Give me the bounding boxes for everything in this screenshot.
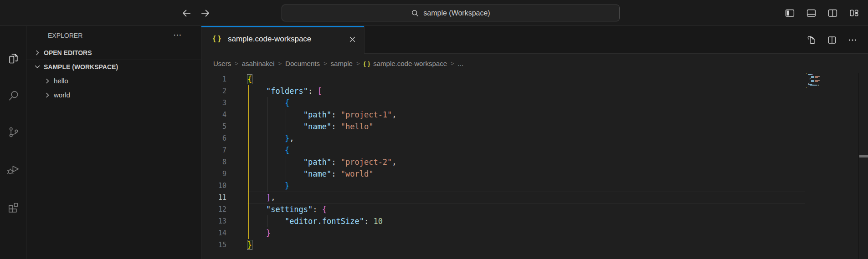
breadcrumb-item[interactable]: ... <box>458 60 464 67</box>
code-line[interactable]: 7 { <box>201 144 868 156</box>
folder-label: world <box>54 91 70 99</box>
activity-item-explorer[interactable] <box>0 46 26 73</box>
activity-item-search[interactable] <box>0 83 26 110</box>
command-center-label: sample (Workspace) <box>423 9 490 17</box>
sidebar-header: EXPLORER ⋯ <box>26 26 201 46</box>
breadcrumb-separator-icon: > <box>235 60 238 67</box>
section-label: SAMPLE (WORKSPACE) <box>44 63 118 71</box>
layout-controls <box>784 0 860 26</box>
activity-item-extensions[interactable] <box>0 193 26 221</box>
editor-group: { } sample.code-workspace <box>201 26 868 259</box>
search-icon <box>411 9 419 17</box>
line-number: 15 <box>201 239 226 251</box>
code-editor[interactable]: 1{2 "folders": [3 {4 "path": "project-1"… <box>201 73 868 259</box>
navigate-back-icon[interactable] <box>180 7 192 19</box>
code-line[interactable]: 10 } <box>201 180 868 192</box>
breadcrumb-label: sample.code-workspace <box>373 60 447 67</box>
vscode-window: sample (Workspace) EXPLORER ⋯ <box>0 0 868 259</box>
breadcrumb-separator-icon: > <box>324 60 327 67</box>
activity-item-source-control[interactable] <box>0 119 26 147</box>
code-line[interactable]: 5 "name": "hello" <box>201 121 868 132</box>
code-text: "path": "project-1", <box>247 109 397 121</box>
code-line[interactable]: 6 }, <box>201 132 868 144</box>
tab-bar: { } sample.code-workspace <box>201 26 868 54</box>
code-text: ], <box>247 192 275 203</box>
explorer-more-actions-icon[interactable]: ⋯ <box>173 30 183 40</box>
breadcrumb-label: sample <box>331 60 353 67</box>
code-text: { <box>247 144 289 156</box>
explorer-tree: OPEN EDITORSSAMPLE (WORKSPACE)helloworld <box>26 46 201 102</box>
source-control-icon <box>6 125 21 141</box>
more-actions-icon[interactable] <box>847 35 858 46</box>
code-text: } <box>247 227 271 239</box>
line-number: 6 <box>201 132 226 144</box>
line-number: 1 <box>201 73 226 85</box>
code-text: "path": "project-2", <box>247 156 397 168</box>
chevron-right-icon <box>44 77 51 85</box>
breadcrumb-separator-icon: > <box>278 60 282 67</box>
breadcrumb-label: ... <box>458 60 464 67</box>
line-number: 7 <box>201 144 226 156</box>
activity-item-run-debug[interactable] <box>0 156 26 183</box>
current-line-highlight <box>247 192 805 203</box>
line-number: 14 <box>201 227 226 239</box>
explorer-icon <box>6 51 21 67</box>
breadcrumb-item[interactable]: Users <box>213 60 231 67</box>
code-text: "name": "world" <box>247 168 373 180</box>
code-line[interactable]: 4 "path": "project-1", <box>201 109 868 121</box>
line-number: 5 <box>201 121 226 132</box>
json-file-icon: { } <box>213 35 221 43</box>
code-line[interactable]: 15} <box>201 239 868 251</box>
code-line[interactable]: 1{ <box>201 73 868 85</box>
code-line[interactable]: 14 } <box>201 227 868 239</box>
toggle-primary-sidebar-icon[interactable] <box>784 7 796 19</box>
code-line[interactable]: 9 "name": "world" <box>201 168 868 180</box>
line-number: 13 <box>201 215 226 227</box>
navigate-forward-icon[interactable] <box>200 7 211 19</box>
code-line[interactable]: 13 "editor.fontSize": 10 <box>201 215 868 227</box>
breadcrumb-separator-icon: > <box>356 60 360 67</box>
section-label: OPEN EDITORS <box>44 49 92 56</box>
toggle-panel-icon[interactable] <box>806 7 817 19</box>
tree-item-hello[interactable]: hello <box>26 74 201 88</box>
chevron-down-icon <box>34 63 41 71</box>
toggle-secondary-sidebar-icon[interactable] <box>827 7 838 19</box>
tree-item-world[interactable]: world <box>26 88 201 102</box>
code-line[interactable]: 12 "settings": { <box>201 203 868 215</box>
section-open-editors[interactable]: OPEN EDITORS <box>26 46 201 60</box>
folder-label: hello <box>54 77 68 85</box>
cursor-position-marker <box>859 155 868 157</box>
search-icon <box>6 89 21 105</box>
breadcrumb-separator-icon: > <box>451 60 454 67</box>
breadcrumb-item[interactable]: asahinakei <box>242 60 275 67</box>
customize-layout-icon[interactable] <box>848 7 860 19</box>
tab-close-icon[interactable] <box>347 34 358 45</box>
code-line[interactable]: 3 { <box>201 97 868 109</box>
breadcrumb-item[interactable]: sample <box>331 60 353 67</box>
line-number: 11 <box>201 192 226 203</box>
code-text: } <box>247 239 252 251</box>
code-line[interactable]: 8 "path": "project-2", <box>201 156 868 168</box>
overview-ruler-scrollbar[interactable] <box>858 73 868 259</box>
breadcrumb-label: Users <box>213 60 231 67</box>
chevron-right-icon <box>34 49 41 56</box>
tab-sample-code-workspace[interactable]: { } sample.code-workspace <box>201 26 365 54</box>
sidebar-title: EXPLORER <box>48 32 82 39</box>
line-number: 3 <box>201 97 226 109</box>
code-line[interactable]: 11 ], <box>201 192 868 203</box>
code-text: "settings": { <box>247 203 327 215</box>
code-text: }, <box>247 132 294 144</box>
run-debug-icon <box>6 162 21 178</box>
breadcrumb-item[interactable]: { }sample.code-workspace <box>364 60 447 67</box>
code-line[interactable]: 2 "folders": [ <box>201 85 868 97</box>
active-tab-indicator <box>201 26 364 27</box>
command-center-search[interactable]: sample (Workspace) <box>282 5 620 21</box>
json-file-icon: { } <box>364 60 371 67</box>
title-bar: sample (Workspace) <box>0 0 868 26</box>
section-sample-workspace[interactable]: SAMPLE (WORKSPACE) <box>26 60 201 74</box>
split-editor-icon[interactable] <box>827 35 837 46</box>
activity-bar <box>0 26 26 259</box>
minimap[interactable] <box>806 73 857 259</box>
open-changes-icon[interactable] <box>806 35 817 46</box>
breadcrumb-item[interactable]: Documents <box>285 60 320 67</box>
